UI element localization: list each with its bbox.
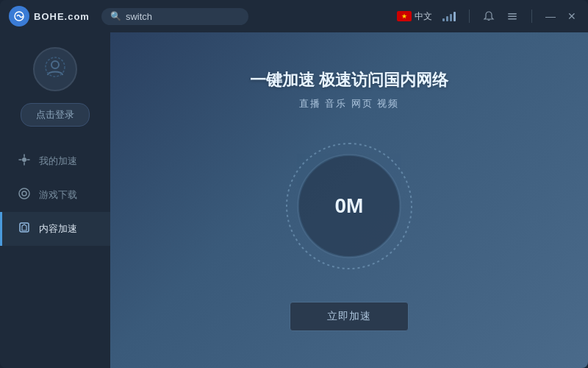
login-button[interactable]: 点击登录 xyxy=(21,103,90,127)
divider-2 xyxy=(531,10,532,23)
svg-rect-3 xyxy=(508,18,517,20)
gauge-container: 0M xyxy=(283,140,415,272)
svg-point-7 xyxy=(19,188,29,199)
sidebar-item-my-accelerate[interactable]: 我的加速 xyxy=(0,144,110,178)
accelerate-button[interactable]: 立即加速 xyxy=(290,302,409,331)
divider xyxy=(469,10,470,23)
sidebar: 点击登录 我的加速 xyxy=(0,32,110,368)
app-window: BOHE.com 🔍 ★ 中文 xyxy=(0,0,588,368)
game-icon xyxy=(17,187,32,203)
headline: 一键加速 极速访问国内网络 xyxy=(250,69,448,91)
svg-point-8 xyxy=(22,191,26,196)
search-icon: 🔍 xyxy=(110,11,121,21)
title-bar: BOHE.com 🔍 ★ 中文 xyxy=(0,0,588,32)
search-box[interactable]: 🔍 xyxy=(101,8,248,25)
content-icon xyxy=(17,221,32,237)
signal-icon xyxy=(442,11,456,21)
nav-label-game-download: 游戏下载 xyxy=(39,188,77,202)
content-area: 一键加速 极速访问国内网络 直播 音乐 网页 视频 0M 立即加速 xyxy=(110,32,588,368)
minimize-button[interactable]: — xyxy=(542,9,559,24)
logo-text: BOHE.com xyxy=(34,11,90,22)
search-input[interactable] xyxy=(126,11,229,22)
nav-items: 我的加速 游戏下载 xyxy=(0,144,110,246)
svg-point-5 xyxy=(46,57,65,77)
logo-icon xyxy=(9,6,29,26)
nav-label-my-accelerate: 我的加速 xyxy=(39,155,77,168)
close-button[interactable]: ✕ xyxy=(564,9,579,24)
gauge-inner: 0M xyxy=(335,194,364,218)
svg-point-4 xyxy=(51,61,59,68)
sidebar-item-game-download[interactable]: 游戏下载 xyxy=(0,178,110,212)
sidebar-item-content-accelerate[interactable]: 内容加速 xyxy=(0,212,110,246)
menu-button[interactable] xyxy=(503,9,521,24)
accelerate-icon xyxy=(17,153,32,169)
svg-point-6 xyxy=(22,158,26,162)
logo-area: BOHE.com xyxy=(9,6,90,26)
gauge-value: 0M xyxy=(335,194,364,218)
flag-lang-selector[interactable]: ★ 中文 xyxy=(397,10,432,23)
sub-tags: 直播 音乐 网页 视频 xyxy=(299,97,400,110)
flag-icon: ★ xyxy=(397,11,412,21)
svg-rect-2 xyxy=(508,16,517,18)
avatar xyxy=(33,47,77,91)
nav-label-content-accelerate: 内容加速 xyxy=(39,222,77,236)
bell-button[interactable] xyxy=(480,9,498,24)
svg-rect-1 xyxy=(508,13,517,15)
avatar-icon xyxy=(44,56,66,82)
language-label: 中文 xyxy=(415,10,432,23)
main-area: 点击登录 我的加速 xyxy=(0,32,588,368)
